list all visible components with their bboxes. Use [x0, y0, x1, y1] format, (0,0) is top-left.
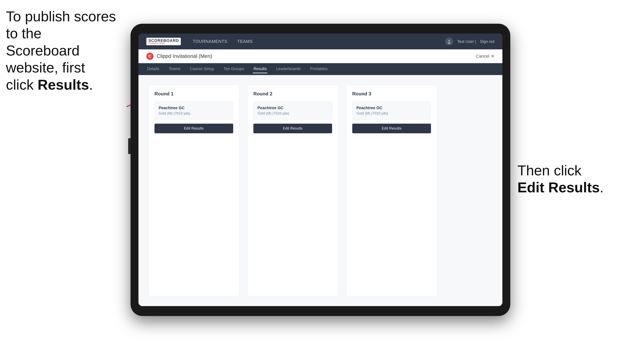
instruction-right: Then click Edit Results. [518, 162, 628, 196]
round-3-course-name: Peachtree GC [356, 106, 427, 110]
round-2-card: Round 2 Peachtree GC Gold (M) (7010 yds)… [247, 85, 338, 296]
round-2-course-card: Peachtree GC Gold (M) (7010 yds) [253, 102, 332, 120]
round-3-card: Round 3 Peachtree GC Gold (M) (7010 yds)… [346, 85, 437, 296]
user-area: Test User | Sign out [445, 37, 494, 45]
tab-results[interactable]: Results [253, 65, 268, 73]
nav-tournaments[interactable]: TOURNAMENTS [193, 39, 227, 44]
top-nav: SCOREBOARD Powered by clippd TOURNAMENTS… [138, 33, 502, 49]
logo-scoreboard: SCOREBOARD [148, 38, 179, 42]
tournament-bar: C Clippd Invitational (Men) Cancel ✕ [138, 49, 502, 63]
round-1-course-card: Peachtree GC Gold (M) (7010 yds) [154, 102, 233, 120]
round-2-title: Round 2 [253, 91, 332, 97]
user-name: Test User | [457, 39, 476, 44]
round-3-course-card: Peachtree GC Gold (M) (7010 yds) [352, 102, 431, 120]
tournament-icon: C [146, 53, 154, 60]
round-1-card: Round 1 Peachtree GC Gold (M) (7010 yds)… [148, 85, 239, 296]
round-3-title: Round 3 [352, 91, 431, 97]
tab-course-setup[interactable]: Course Setup [189, 65, 215, 73]
tab-printables[interactable]: Printables [309, 65, 328, 73]
round-2-course-name: Peachtree GC [258, 106, 328, 110]
tab-teams[interactable]: Teams [168, 65, 181, 73]
cancel-button[interactable]: Cancel ✕ [476, 54, 494, 59]
logo-area: SCOREBOARD Powered by clippd [146, 38, 181, 45]
round-3-course-detail: Gold (M) (7010 yds) [356, 111, 427, 116]
tournament-name: Clippd Invitational (Men) [157, 53, 476, 59]
nav-links: TOURNAMENTS TEAMS [193, 39, 445, 44]
nav-teams[interactable]: TEAMS [237, 39, 252, 44]
tablet-screen: SCOREBOARD Powered by clippd TOURNAMENTS… [138, 33, 502, 306]
round-1-title: Round 1 [154, 91, 233, 97]
user-avatar [445, 37, 453, 45]
tab-tee-groups[interactable]: Tee Groups [223, 65, 245, 73]
tab-details[interactable]: Details [146, 65, 160, 73]
round-1-course-detail: Gold (M) (7010 yds) [159, 111, 229, 116]
round-1-edit-results-button[interactable]: Edit Results [154, 124, 233, 133]
round-2-course-detail: Gold (M) (7010 yds) [258, 111, 328, 116]
instruction-left: To publish scores to the Scoreboard webs… [6, 8, 117, 93]
svg-point-3 [448, 42, 450, 44]
logo-box: SCOREBOARD Powered by clippd [146, 38, 181, 45]
tab-leaderboards[interactable]: Leaderboards [275, 65, 301, 73]
svg-point-2 [448, 40, 450, 41]
logo-powered: Powered by clippd [148, 42, 179, 44]
tablet-device: SCOREBOARD Powered by clippd TOURNAMENTS… [130, 24, 510, 316]
round-3-edit-results-button[interactable]: Edit Results [352, 124, 431, 133]
round-2-edit-results-button[interactable]: Edit Results [253, 124, 332, 133]
tab-bar: Details Teams Course Setup Tee Groups Re… [138, 63, 502, 75]
round-1-course-name: Peachtree GC [159, 106, 229, 110]
main-content: Round 1 Peachtree GC Gold (M) (7010 yds)… [138, 75, 502, 306]
sign-out-link[interactable]: Sign out [480, 39, 494, 44]
